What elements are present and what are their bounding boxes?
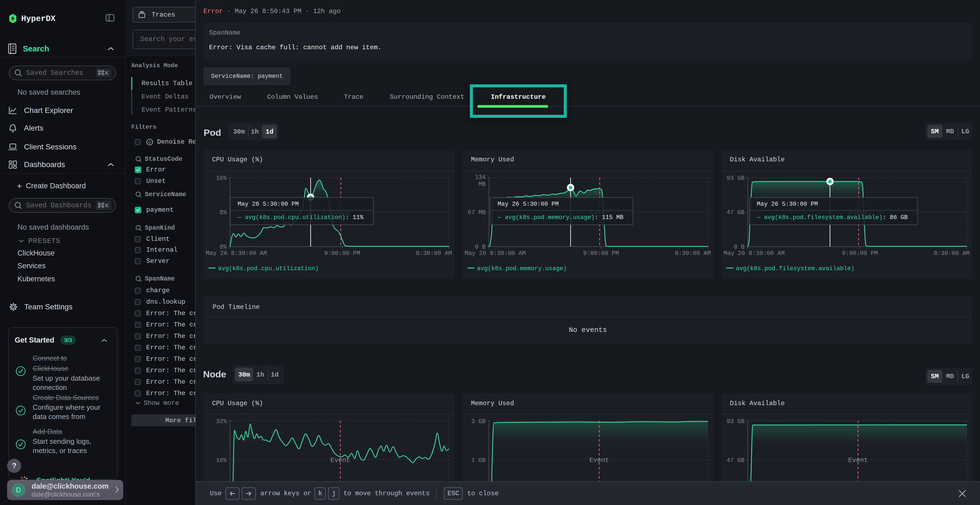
svg-text:67 MB: 67 MB — [468, 209, 486, 216]
svg-text:Memory Used: Memory Used — [471, 400, 514, 407]
svg-text:avg(k8s.pod.filesystem.availab: avg(k8s.pod.filesystem.available) — [736, 265, 854, 272]
svg-text:8:30:00 AM: 8:30:00 AM — [416, 250, 452, 257]
svg-text:9:00:00 PM: 9:00:00 PM — [583, 250, 619, 257]
svg-text:3 GB: 3 GB — [471, 418, 486, 425]
svg-text:16%: 16% — [216, 457, 227, 464]
svg-text:May 26 8:30:00 AM: May 26 8:30:00 AM — [206, 250, 267, 257]
svg-text:47 GB: 47 GB — [727, 457, 745, 464]
svg-text:May 26 8:30:00 AM: May 26 8:30:00 AM — [465, 250, 526, 257]
svg-text:93 GB: 93 GB — [727, 418, 745, 425]
svg-text:CPU Usage (%): CPU Usage (%) — [212, 400, 263, 407]
svg-text:8:30:00 AM: 8:30:00 AM — [675, 250, 711, 257]
svg-text:32%: 32% — [216, 418, 227, 425]
svg-text:Memory Used: Memory Used — [471, 156, 514, 163]
svg-text:K: K — [105, 202, 109, 208]
svg-text:MB: MB — [479, 181, 486, 188]
svg-text:0 B: 0 B — [475, 244, 486, 251]
svg-text:47 GB: 47 GB — [727, 209, 745, 216]
svg-text:9:00:00 PM: 9:00:00 PM — [324, 250, 360, 257]
svg-text:16%: 16% — [216, 175, 227, 182]
svg-text:1 GB: 1 GB — [471, 457, 486, 464]
svg-text:Event: Event — [589, 457, 609, 464]
svg-text:Event: Event — [331, 457, 350, 464]
svg-text:134: 134 — [475, 174, 486, 181]
svg-text:Disk Available: Disk Available — [730, 400, 785, 407]
svg-text:9:00:00 PM: 9:00:00 PM — [842, 250, 878, 257]
svg-text:0 B: 0 B — [733, 244, 745, 251]
svg-text:CPU Usage (%): CPU Usage (%) — [212, 156, 263, 163]
svg-text:K: K — [105, 70, 109, 76]
svg-text:93 GB: 93 GB — [727, 175, 745, 182]
svg-text:Disk Available: Disk Available — [730, 156, 785, 163]
svg-text:8%: 8% — [220, 209, 227, 216]
svg-text:Event: Event — [848, 457, 868, 464]
svg-text:avg(k8s.pod.memory.usage): avg(k8s.pod.memory.usage) — [477, 265, 567, 272]
svg-text:avg(k8s.pod.cpu.utilization): avg(k8s.pod.cpu.utilization) — [218, 265, 319, 272]
svg-text:0%: 0% — [220, 244, 227, 251]
svg-text:8:30:00 AM: 8:30:00 AM — [934, 250, 970, 257]
svg-text:May 26 8:30:00 AM: May 26 8:30:00 AM — [724, 250, 784, 257]
